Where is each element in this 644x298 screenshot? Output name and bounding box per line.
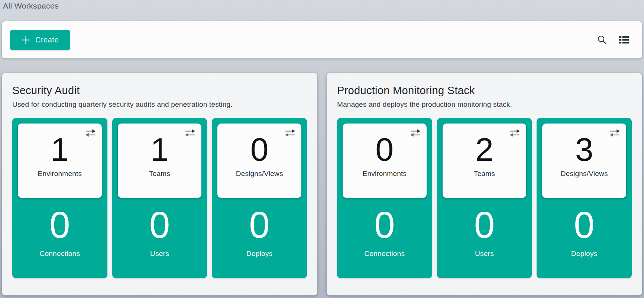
stat-bottom-value: 0 bbox=[443, 206, 527, 243]
stat-column[interactable]: 2 Teams 0 Users bbox=[437, 118, 532, 278]
stat-top-label: Designs/Views bbox=[217, 170, 301, 178]
stat-top-card[interactable]: 2 Teams bbox=[443, 124, 527, 198]
stat-top-value: 2 bbox=[443, 133, 527, 166]
swap-horizontal-icon[interactable] bbox=[510, 129, 520, 137]
stat-top-card[interactable]: 1 Environments bbox=[18, 124, 102, 198]
swap-horizontal-icon[interactable] bbox=[285, 129, 295, 137]
stat-column[interactable]: 1 Environments 0 Connections bbox=[12, 118, 107, 278]
stat-bottom-value: 0 bbox=[118, 206, 202, 243]
stat-bottom-value: 0 bbox=[18, 206, 102, 243]
workspace-name: Security Audit bbox=[12, 84, 307, 97]
workspace-card: Production Monitoring Stack Manages and … bbox=[327, 73, 642, 295]
stats-grid: 0 Environments 0 Connections 2 Teams bbox=[337, 118, 632, 278]
stat-top-value: 1 bbox=[118, 133, 202, 166]
stat-bottom-label: Connections bbox=[18, 250, 102, 258]
stat-top-card[interactable]: 3 Designs/Views bbox=[542, 124, 626, 198]
workspace-description: Used for conducting quarterly security a… bbox=[12, 100, 307, 109]
workspace-name: Production Monitoring Stack bbox=[337, 84, 632, 97]
toolbar: Create bbox=[2, 21, 642, 58]
stat-bottom-label: Users bbox=[118, 250, 202, 258]
stat-top-label: Environments bbox=[343, 170, 427, 178]
swap-horizontal-icon[interactable] bbox=[410, 129, 420, 137]
stat-top-value: 0 bbox=[217, 133, 301, 166]
workspaces-page: All Workspaces Create bbox=[0, 0, 644, 295]
create-button-label: Create bbox=[35, 36, 59, 44]
stat-bottom-label: Deploys bbox=[542, 250, 626, 258]
stat-top-label: Environments bbox=[18, 170, 102, 178]
stat-top-card[interactable]: 0 Environments bbox=[343, 124, 427, 198]
stat-bottom-label: Users bbox=[443, 250, 527, 258]
stat-bottom-section: 0 Connections bbox=[343, 198, 427, 258]
stat-column[interactable]: 1 Teams 0 Users bbox=[112, 118, 207, 278]
stat-bottom-section: 0 Deploys bbox=[217, 198, 301, 258]
stat-bottom-section: 0 Users bbox=[443, 198, 527, 258]
stat-top-value: 1 bbox=[18, 133, 102, 166]
create-button[interactable]: Create bbox=[10, 30, 70, 50]
swap-horizontal-icon[interactable] bbox=[85, 129, 96, 137]
swap-horizontal-icon[interactable] bbox=[185, 129, 195, 137]
stat-bottom-value: 0 bbox=[542, 206, 626, 243]
swap-horizontal-icon[interactable] bbox=[610, 129, 620, 137]
search-button[interactable] bbox=[595, 33, 609, 47]
workspace-cards-row: Security Audit Used for conducting quart… bbox=[2, 73, 642, 295]
view-list-button[interactable] bbox=[617, 34, 631, 46]
workspace-description: Manages and deploys the production monit… bbox=[337, 100, 632, 109]
stat-top-label: Designs/Views bbox=[542, 170, 626, 178]
stat-bottom-section: 0 Users bbox=[118, 198, 202, 258]
page-title: All Workspaces bbox=[2, 1, 642, 11]
stat-top-label: Teams bbox=[118, 170, 202, 178]
stat-column[interactable]: 0 Designs/Views 0 Deploys bbox=[212, 118, 307, 278]
stat-bottom-section: 0 Connections bbox=[18, 198, 102, 258]
search-icon bbox=[597, 35, 607, 45]
stat-bottom-label: Deploys bbox=[217, 250, 301, 258]
stat-top-value: 0 bbox=[343, 133, 427, 166]
stat-top-value: 3 bbox=[542, 133, 626, 166]
stat-top-label: Teams bbox=[443, 170, 527, 178]
stat-top-card[interactable]: 0 Designs/Views bbox=[217, 124, 301, 198]
stat-bottom-value: 0 bbox=[217, 206, 301, 243]
stat-bottom-value: 0 bbox=[343, 206, 427, 243]
workspace-card: Security Audit Used for conducting quart… bbox=[2, 73, 317, 295]
stat-column[interactable]: 3 Designs/Views 0 Deploys bbox=[537, 118, 632, 278]
stat-bottom-section: 0 Deploys bbox=[542, 198, 626, 258]
view-list-icon bbox=[618, 35, 630, 44]
plus-icon bbox=[22, 36, 30, 44]
stat-bottom-label: Connections bbox=[343, 250, 427, 258]
stat-top-card[interactable]: 1 Teams bbox=[118, 124, 202, 198]
stats-grid: 1 Environments 0 Connections 1 Teams bbox=[12, 118, 307, 278]
stat-column[interactable]: 0 Environments 0 Connections bbox=[337, 118, 432, 278]
